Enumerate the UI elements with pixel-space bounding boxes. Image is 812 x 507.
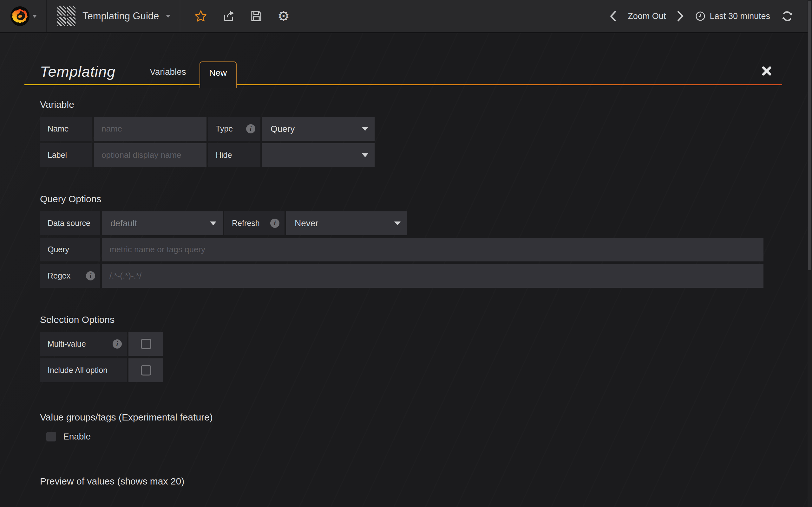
refresh-info-icon[interactable]: i: [270, 219, 280, 228]
refresh-label-text: Refresh: [232, 219, 260, 228]
dashboard-title: Templating Guide: [83, 10, 159, 22]
datasource-select-value: default: [110, 218, 137, 228]
hide-select[interactable]: [262, 143, 374, 167]
query-label: Query: [40, 238, 100, 262]
page-title: Templating: [40, 63, 115, 80]
star-button[interactable]: [194, 9, 207, 23]
chevron-down-icon: [166, 15, 170, 18]
value-groups-heading: Value groups/tags (Experimental feature): [40, 412, 765, 423]
enable-label: Enable: [63, 432, 91, 442]
name-label: Name: [40, 117, 92, 141]
caret-down-icon: [362, 127, 368, 131]
refresh-icon: [781, 10, 794, 22]
refresh-select-value: Never: [295, 218, 318, 228]
scrollbar-thumb[interactable]: [808, 1, 811, 270]
datasource-row: Data source default Refresh i Never: [40, 211, 765, 235]
refresh-label: Refresh i: [224, 211, 285, 235]
query-row: Query: [40, 238, 765, 262]
hide-label: Hide: [208, 143, 260, 167]
dashboard-icon: [57, 6, 75, 26]
multi-value-row: Multi-value i: [40, 332, 765, 356]
share-button[interactable]: [222, 9, 235, 23]
regex-info-icon[interactable]: i: [86, 271, 95, 280]
save-button[interactable]: [250, 10, 263, 22]
include-all-label: Include All option: [40, 358, 127, 382]
refresh-button[interactable]: [781, 10, 794, 22]
dashboard-title-button[interactable]: Templating Guide: [47, 0, 180, 32]
close-button[interactable]: [761, 66, 772, 76]
clock-icon: [695, 11, 706, 21]
grafana-logo-icon: [10, 6, 30, 26]
include-all-row: Include All option: [40, 358, 765, 382]
multi-value-label: Multi-value i: [40, 332, 127, 356]
close-icon: [761, 72, 772, 77]
time-shift-right-button[interactable]: [676, 11, 684, 21]
gear-icon: ⚙: [277, 9, 290, 23]
include-all-checkbox-cell[interactable]: [129, 358, 163, 382]
tab-variables[interactable]: Variables: [136, 67, 200, 85]
datasource-label: Data source: [40, 211, 100, 235]
refresh-select[interactable]: Never: [286, 211, 407, 235]
star-icon: [194, 9, 207, 23]
caret-down-icon: [394, 222, 401, 225]
query-input[interactable]: [102, 238, 763, 262]
regex-label: Regex i: [40, 264, 100, 288]
share-icon: [222, 9, 235, 23]
settings-button[interactable]: ⚙: [277, 9, 290, 23]
regex-input[interactable]: [102, 264, 763, 288]
time-picker-button[interactable]: Last 30 minutes: [695, 11, 770, 21]
multi-value-info-icon[interactable]: i: [113, 339, 122, 349]
type-label-text: Type: [216, 124, 233, 133]
templating-editor-header: Templating Variables New: [24, 58, 782, 85]
chevron-left-icon: [609, 11, 617, 21]
variable-editor-form: Variable Name Type i Query Label Hide Qu…: [40, 99, 765, 507]
variable-name-row: Name Type i Query: [40, 117, 765, 141]
chevron-right-icon: [676, 11, 684, 21]
include-all-checkbox[interactable]: [141, 365, 151, 376]
grafana-menu-button[interactable]: [0, 0, 47, 32]
label-label: Label: [40, 143, 92, 167]
multi-value-checkbox-cell[interactable]: [129, 332, 163, 356]
type-select[interactable]: Query: [262, 117, 374, 141]
time-range-label: Last 30 minutes: [710, 11, 770, 21]
tab-new[interactable]: New: [200, 61, 237, 88]
variable-label-row: Label Hide: [40, 143, 765, 167]
label-input[interactable]: [94, 143, 206, 167]
multi-value-checkbox[interactable]: [141, 339, 151, 349]
datasource-select[interactable]: default: [102, 211, 223, 235]
type-select-value: Query: [270, 124, 295, 134]
time-shift-left-button[interactable]: [609, 11, 617, 21]
regex-label-text: Regex: [48, 271, 70, 280]
caret-down-icon: [362, 153, 368, 157]
navbar: Templating Guide: [0, 0, 812, 33]
enable-checkbox[interactable]: [46, 432, 56, 442]
query-options-heading: Query Options: [40, 193, 765, 205]
preview-heading: Preview of values (shows max 20): [40, 476, 765, 487]
multi-value-label-text: Multi-value: [48, 339, 86, 349]
save-icon: [250, 10, 263, 22]
type-info-icon[interactable]: i: [246, 124, 255, 133]
type-label: Type i: [208, 117, 260, 141]
regex-row: Regex i: [40, 264, 765, 288]
enable-row: Enable: [46, 432, 765, 442]
variable-section-heading: Variable: [40, 99, 765, 110]
name-input[interactable]: [94, 117, 206, 141]
selection-options-heading: Selection Options: [40, 314, 765, 325]
caret-down-icon: [210, 222, 216, 225]
chevron-down-icon: [32, 15, 37, 18]
scrollbar: [808, 0, 812, 507]
